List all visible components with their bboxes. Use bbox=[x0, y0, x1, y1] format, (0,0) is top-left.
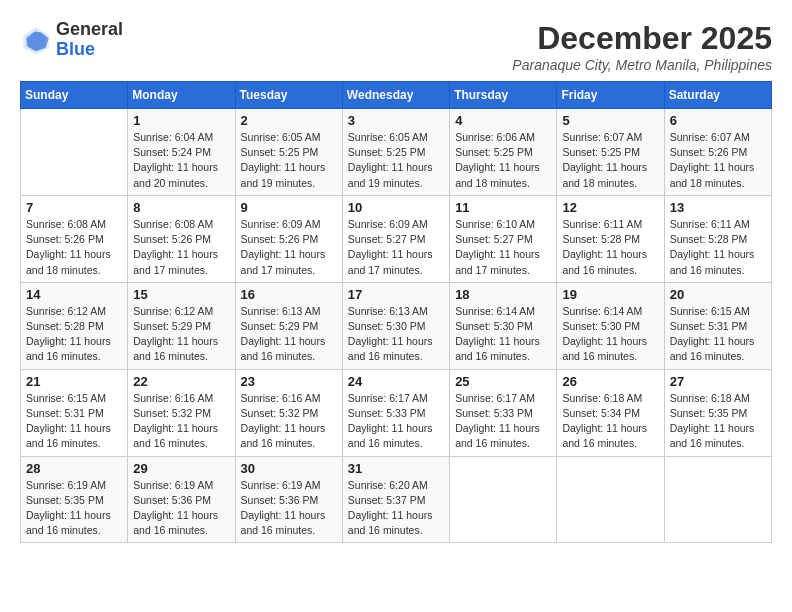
day-info: Sunrise: 6:14 AMSunset: 5:30 PMDaylight:… bbox=[562, 304, 658, 365]
calendar-cell: 27Sunrise: 6:18 AMSunset: 5:35 PMDayligh… bbox=[664, 369, 771, 456]
day-number: 1 bbox=[133, 113, 229, 128]
day-info: Sunrise: 6:15 AMSunset: 5:31 PMDaylight:… bbox=[26, 391, 122, 452]
calendar-cell: 24Sunrise: 6:17 AMSunset: 5:33 PMDayligh… bbox=[342, 369, 449, 456]
day-info: Sunrise: 6:08 AMSunset: 5:26 PMDaylight:… bbox=[133, 217, 229, 278]
calendar-cell: 31Sunrise: 6:20 AMSunset: 5:37 PMDayligh… bbox=[342, 456, 449, 543]
calendar-cell: 7Sunrise: 6:08 AMSunset: 5:26 PMDaylight… bbox=[21, 195, 128, 282]
day-info: Sunrise: 6:19 AMSunset: 5:35 PMDaylight:… bbox=[26, 478, 122, 539]
calendar-cell: 3Sunrise: 6:05 AMSunset: 5:25 PMDaylight… bbox=[342, 109, 449, 196]
calendar-cell bbox=[557, 456, 664, 543]
day-info: Sunrise: 6:09 AMSunset: 5:26 PMDaylight:… bbox=[241, 217, 337, 278]
day-info: Sunrise: 6:12 AMSunset: 5:29 PMDaylight:… bbox=[133, 304, 229, 365]
calendar-cell: 29Sunrise: 6:19 AMSunset: 5:36 PMDayligh… bbox=[128, 456, 235, 543]
day-number: 7 bbox=[26, 200, 122, 215]
column-header-sunday: Sunday bbox=[21, 82, 128, 109]
day-number: 17 bbox=[348, 287, 444, 302]
day-number: 16 bbox=[241, 287, 337, 302]
calendar-cell: 4Sunrise: 6:06 AMSunset: 5:25 PMDaylight… bbox=[450, 109, 557, 196]
day-info: Sunrise: 6:17 AMSunset: 5:33 PMDaylight:… bbox=[455, 391, 551, 452]
location: Paranaque City, Metro Manila, Philippine… bbox=[512, 57, 772, 73]
column-header-friday: Friday bbox=[557, 82, 664, 109]
calendar-week-2: 7Sunrise: 6:08 AMSunset: 5:26 PMDaylight… bbox=[21, 195, 772, 282]
day-info: Sunrise: 6:11 AMSunset: 5:28 PMDaylight:… bbox=[670, 217, 766, 278]
day-number: 8 bbox=[133, 200, 229, 215]
month-title: December 2025 bbox=[512, 20, 772, 57]
calendar-week-4: 21Sunrise: 6:15 AMSunset: 5:31 PMDayligh… bbox=[21, 369, 772, 456]
day-number: 24 bbox=[348, 374, 444, 389]
column-header-wednesday: Wednesday bbox=[342, 82, 449, 109]
calendar-cell: 18Sunrise: 6:14 AMSunset: 5:30 PMDayligh… bbox=[450, 282, 557, 369]
day-number: 21 bbox=[26, 374, 122, 389]
page-header: General Blue December 2025 Paranaque Cit… bbox=[20, 20, 772, 73]
calendar-cell: 16Sunrise: 6:13 AMSunset: 5:29 PMDayligh… bbox=[235, 282, 342, 369]
day-info: Sunrise: 6:20 AMSunset: 5:37 PMDaylight:… bbox=[348, 478, 444, 539]
logo-icon bbox=[20, 24, 52, 56]
day-info: Sunrise: 6:08 AMSunset: 5:26 PMDaylight:… bbox=[26, 217, 122, 278]
column-header-monday: Monday bbox=[128, 82, 235, 109]
calendar-cell: 20Sunrise: 6:15 AMSunset: 5:31 PMDayligh… bbox=[664, 282, 771, 369]
logo-text: General Blue bbox=[56, 20, 123, 60]
day-number: 28 bbox=[26, 461, 122, 476]
day-info: Sunrise: 6:19 AMSunset: 5:36 PMDaylight:… bbox=[133, 478, 229, 539]
day-number: 27 bbox=[670, 374, 766, 389]
day-number: 25 bbox=[455, 374, 551, 389]
day-number: 22 bbox=[133, 374, 229, 389]
day-number: 13 bbox=[670, 200, 766, 215]
day-number: 6 bbox=[670, 113, 766, 128]
calendar-table: SundayMondayTuesdayWednesdayThursdayFrid… bbox=[20, 81, 772, 543]
day-info: Sunrise: 6:07 AMSunset: 5:25 PMDaylight:… bbox=[562, 130, 658, 191]
calendar-cell: 21Sunrise: 6:15 AMSunset: 5:31 PMDayligh… bbox=[21, 369, 128, 456]
day-info: Sunrise: 6:13 AMSunset: 5:29 PMDaylight:… bbox=[241, 304, 337, 365]
calendar-cell: 13Sunrise: 6:11 AMSunset: 5:28 PMDayligh… bbox=[664, 195, 771, 282]
calendar-cell: 26Sunrise: 6:18 AMSunset: 5:34 PMDayligh… bbox=[557, 369, 664, 456]
day-number: 15 bbox=[133, 287, 229, 302]
day-info: Sunrise: 6:06 AMSunset: 5:25 PMDaylight:… bbox=[455, 130, 551, 191]
calendar-cell: 8Sunrise: 6:08 AMSunset: 5:26 PMDaylight… bbox=[128, 195, 235, 282]
day-info: Sunrise: 6:05 AMSunset: 5:25 PMDaylight:… bbox=[348, 130, 444, 191]
day-info: Sunrise: 6:04 AMSunset: 5:24 PMDaylight:… bbox=[133, 130, 229, 191]
calendar-cell: 9Sunrise: 6:09 AMSunset: 5:26 PMDaylight… bbox=[235, 195, 342, 282]
day-number: 12 bbox=[562, 200, 658, 215]
day-info: Sunrise: 6:18 AMSunset: 5:35 PMDaylight:… bbox=[670, 391, 766, 452]
calendar-cell bbox=[664, 456, 771, 543]
day-info: Sunrise: 6:11 AMSunset: 5:28 PMDaylight:… bbox=[562, 217, 658, 278]
day-info: Sunrise: 6:18 AMSunset: 5:34 PMDaylight:… bbox=[562, 391, 658, 452]
column-header-saturday: Saturday bbox=[664, 82, 771, 109]
day-number: 9 bbox=[241, 200, 337, 215]
calendar-cell: 2Sunrise: 6:05 AMSunset: 5:25 PMDaylight… bbox=[235, 109, 342, 196]
day-number: 4 bbox=[455, 113, 551, 128]
day-number: 11 bbox=[455, 200, 551, 215]
calendar-cell: 14Sunrise: 6:12 AMSunset: 5:28 PMDayligh… bbox=[21, 282, 128, 369]
day-info: Sunrise: 6:15 AMSunset: 5:31 PMDaylight:… bbox=[670, 304, 766, 365]
day-info: Sunrise: 6:16 AMSunset: 5:32 PMDaylight:… bbox=[241, 391, 337, 452]
day-info: Sunrise: 6:10 AMSunset: 5:27 PMDaylight:… bbox=[455, 217, 551, 278]
day-number: 23 bbox=[241, 374, 337, 389]
calendar-cell: 22Sunrise: 6:16 AMSunset: 5:32 PMDayligh… bbox=[128, 369, 235, 456]
day-number: 2 bbox=[241, 113, 337, 128]
calendar-cell: 15Sunrise: 6:12 AMSunset: 5:29 PMDayligh… bbox=[128, 282, 235, 369]
title-block: December 2025 Paranaque City, Metro Mani… bbox=[512, 20, 772, 73]
calendar-week-1: 1Sunrise: 6:04 AMSunset: 5:24 PMDaylight… bbox=[21, 109, 772, 196]
day-number: 29 bbox=[133, 461, 229, 476]
logo: General Blue bbox=[20, 20, 123, 60]
calendar-cell: 28Sunrise: 6:19 AMSunset: 5:35 PMDayligh… bbox=[21, 456, 128, 543]
day-info: Sunrise: 6:13 AMSunset: 5:30 PMDaylight:… bbox=[348, 304, 444, 365]
calendar-cell: 17Sunrise: 6:13 AMSunset: 5:30 PMDayligh… bbox=[342, 282, 449, 369]
day-info: Sunrise: 6:09 AMSunset: 5:27 PMDaylight:… bbox=[348, 217, 444, 278]
day-info: Sunrise: 6:05 AMSunset: 5:25 PMDaylight:… bbox=[241, 130, 337, 191]
calendar-cell: 30Sunrise: 6:19 AMSunset: 5:36 PMDayligh… bbox=[235, 456, 342, 543]
day-info: Sunrise: 6:12 AMSunset: 5:28 PMDaylight:… bbox=[26, 304, 122, 365]
calendar-cell: 10Sunrise: 6:09 AMSunset: 5:27 PMDayligh… bbox=[342, 195, 449, 282]
day-number: 20 bbox=[670, 287, 766, 302]
day-number: 19 bbox=[562, 287, 658, 302]
day-number: 30 bbox=[241, 461, 337, 476]
day-info: Sunrise: 6:17 AMSunset: 5:33 PMDaylight:… bbox=[348, 391, 444, 452]
day-number: 31 bbox=[348, 461, 444, 476]
calendar-cell: 1Sunrise: 6:04 AMSunset: 5:24 PMDaylight… bbox=[128, 109, 235, 196]
day-number: 10 bbox=[348, 200, 444, 215]
calendar-cell: 19Sunrise: 6:14 AMSunset: 5:30 PMDayligh… bbox=[557, 282, 664, 369]
calendar-cell bbox=[21, 109, 128, 196]
day-number: 3 bbox=[348, 113, 444, 128]
calendar-cell: 12Sunrise: 6:11 AMSunset: 5:28 PMDayligh… bbox=[557, 195, 664, 282]
day-info: Sunrise: 6:14 AMSunset: 5:30 PMDaylight:… bbox=[455, 304, 551, 365]
